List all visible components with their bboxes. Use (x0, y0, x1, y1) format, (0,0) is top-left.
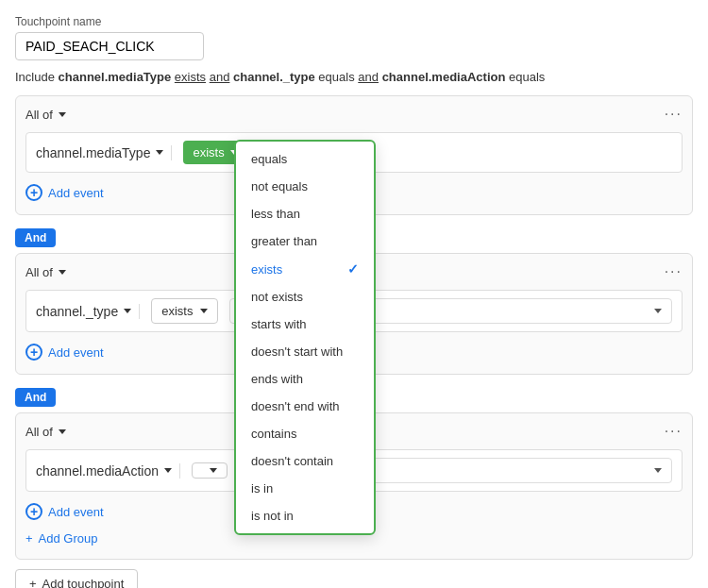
group-1-header: All of ··· (25, 106, 683, 123)
and-badge-2: And (15, 388, 56, 407)
dropdown-item-exists[interactable]: exists✓ (236, 255, 374, 283)
group-2-field-wrapper: channel._type (36, 304, 140, 319)
group-2-all-of-button[interactable]: All of (25, 265, 66, 279)
group-3-field-chevron-icon (164, 468, 172, 473)
group-2-operator-button[interactable]: exists (151, 298, 218, 324)
group-1-chevron-icon (59, 112, 66, 117)
dropdown-item-not-equals[interactable]: not equals (236, 173, 374, 200)
group-1-ellipsis-button[interactable]: ··· (665, 106, 683, 123)
group-2-add-event-label: Add event (48, 345, 104, 360)
group-3-add-event-button[interactable]: + Add event (25, 499, 104, 524)
dropdown-item-ends-with[interactable]: ends with (236, 365, 374, 393)
add-touchpoint-plus-icon: + (29, 577, 37, 588)
group-1-field-chevron-icon (156, 150, 163, 155)
dropdown-item-not-exists[interactable]: not exists (236, 283, 374, 311)
dropdown-item-contains[interactable]: contains (236, 420, 374, 447)
dropdown-item-less-than[interactable]: less than (236, 200, 374, 227)
group-2-operator-label: exists (161, 304, 193, 318)
group-1-all-of-button[interactable]: All of (25, 108, 66, 122)
group-1-operator-label: exists (193, 145, 224, 160)
dropdown-item-doesn't-contain[interactable]: doesn't contain (236, 447, 374, 475)
group-2-field-label: channel._type (36, 304, 118, 319)
group-1-add-event-plus-icon: + (25, 184, 42, 201)
group-3-add-event-label: Add event (48, 505, 104, 519)
add-group-label: Add Group (39, 531, 98, 546)
add-group-button[interactable]: + Add Group (25, 528, 97, 549)
group-2-chevron-icon (59, 270, 66, 275)
check-icon: ✓ (347, 261, 359, 277)
group-3-value-chevron-icon (654, 468, 662, 473)
dropdown-item-doesn't-start-with[interactable]: doesn't start with (236, 338, 374, 365)
group-1-field-wrapper: channel.mediaType (36, 145, 172, 160)
and-badge-1: And (15, 228, 56, 247)
add-touchpoint-button[interactable]: + Add touchpoint (15, 569, 138, 588)
dropdown-item-starts-with[interactable]: starts with (236, 311, 374, 338)
group-2-ellipsis-button[interactable]: ··· (665, 263, 683, 280)
group-3-field-wrapper: channel.mediaAction (36, 463, 180, 479)
group-3-ellipsis-button[interactable]: ··· (665, 423, 683, 440)
main-container: Touchpoint name Include channel.mediaTyp… (0, 0, 708, 588)
operator-dropdown: equalsnot equalsless thangreater thanexi… (234, 140, 376, 535)
group-1-add-event-label: Add event (48, 186, 104, 200)
group-1-field-label: channel.mediaType (36, 145, 150, 160)
dropdown-item-greater-than[interactable]: greater than (236, 227, 374, 255)
add-group-plus-icon: + (25, 531, 33, 546)
dropdown-item-equals[interactable]: equals (236, 145, 374, 173)
add-touchpoint-label: Add touchpoint (42, 577, 125, 588)
group-1-all-of-label: All of (25, 108, 53, 122)
group-2-all-of-label: All of (25, 265, 53, 279)
group-3-all-of-button[interactable]: All of (25, 425, 66, 439)
group-3-operator-button[interactable] (192, 462, 228, 479)
dropdown-item-doesn't-end-with[interactable]: doesn't end with (236, 393, 374, 420)
group-3-all-of-label: All of (25, 425, 53, 439)
group-2-field-chevron-icon (124, 309, 131, 313)
group-3-field-label: channel.mediaAction (36, 463, 159, 479)
group-2-add-event-plus-icon: + (25, 344, 42, 361)
group-2-value-chevron-icon (654, 309, 662, 313)
group-1-add-event-button[interactable]: + Add event (25, 180, 104, 205)
group-3-add-event-plus-icon: + (25, 503, 42, 520)
dropdown-item-is-not-in[interactable]: is not in (236, 502, 374, 529)
group-3-operator-chevron-icon (210, 468, 217, 473)
include-description: Include channel.mediaType exists and cha… (15, 70, 693, 84)
group-2-operator-chevron-icon (200, 309, 208, 313)
group-3-chevron-icon (59, 429, 66, 434)
touchpoint-name-input[interactable] (15, 32, 204, 60)
dropdown-item-is-in[interactable]: is in (236, 475, 374, 502)
group-2-add-event-button[interactable]: + Add event (25, 340, 104, 364)
touchpoint-label: Touchpoint name (15, 15, 693, 28)
